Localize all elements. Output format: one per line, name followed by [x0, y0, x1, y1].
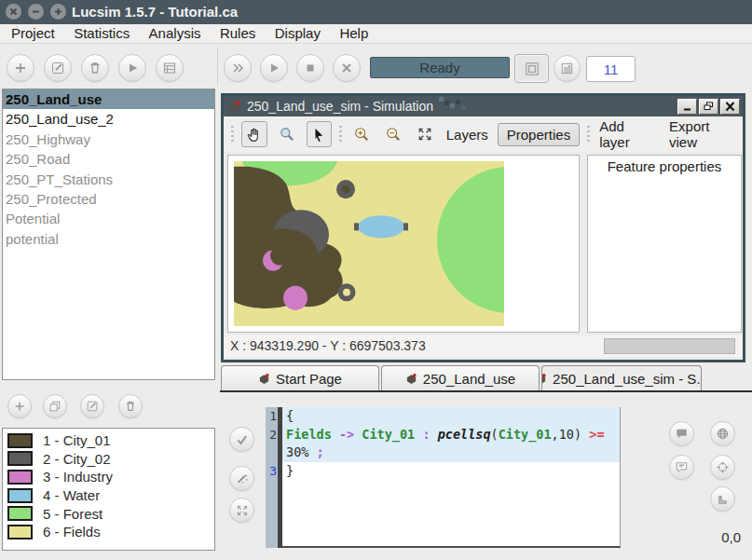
legend-item[interactable]: 2 - City_02 [3, 450, 214, 469]
edit-layer-button[interactable] [44, 54, 72, 82]
code-line: { [282, 407, 620, 426]
add-layer-button[interactable] [7, 54, 34, 82]
toolbar-separator [217, 48, 218, 85]
edit-icon [50, 61, 65, 75]
legend-item[interactable]: 5 - Forest [3, 504, 214, 523]
plus-icon [53, 7, 63, 17]
trash-icon [124, 400, 137, 413]
play-simulation-button[interactable] [260, 54, 288, 82]
code-line: 30% ; [282, 444, 620, 462]
color-swatch [7, 470, 33, 485]
layer-item[interactable]: 250_Land_use [3, 89, 214, 109]
tab-label: 250_Land_use_sim - S... [553, 371, 702, 387]
zoom-in-icon [353, 126, 370, 143]
export-view-action[interactable]: Export view [667, 116, 743, 153]
sim-restore-button[interactable] [699, 99, 718, 115]
target-button[interactable] [710, 455, 735, 480]
tab-land-use-sim[interactable]: 250_Land_use_sim - S... [541, 365, 702, 390]
comment-text-button[interactable] [669, 455, 694, 480]
coordinates-statusbar: X : 943319.290 - Y : 6697503.373 [224, 335, 743, 357]
sim-close-button[interactable] [720, 99, 740, 115]
layer-item[interactable]: 250_Protected [3, 189, 214, 209]
zoom-fit-button[interactable] [413, 122, 437, 146]
simulation-toolbar: Layers Properties Add layer Export view [224, 116, 743, 152]
edit-class-button[interactable] [80, 394, 104, 418]
menu-analysis[interactable]: Analysis [142, 24, 209, 42]
run-button[interactable] [118, 54, 146, 82]
legend-label: 3 - Industry [43, 469, 113, 485]
window-minimize-button[interactable] [28, 4, 44, 20]
iteration-count-value: 11 [604, 61, 619, 77]
layer-item[interactable]: 250_Highway [3, 130, 214, 149]
add-class-button[interactable] [7, 394, 32, 418]
tab-label: Start Page [276, 371, 342, 387]
magnifier-tool-button[interactable] [275, 122, 299, 146]
select-tool-button[interactable] [307, 121, 333, 147]
layer-item[interactable]: 250_Road [3, 149, 214, 169]
target-icon [716, 460, 730, 474]
legend-item[interactable]: 3 - Industry [3, 468, 214, 486]
cancel-simulation-button[interactable] [333, 54, 361, 82]
expand-editor-button[interactable] [229, 498, 254, 523]
stop-simulation-button[interactable] [296, 54, 324, 82]
menu-help[interactable]: Help [332, 24, 376, 42]
play-icon [267, 61, 281, 75]
simulation-window-title: 250_Land_use_sim - Simulation [247, 99, 433, 114]
globe-icon [716, 427, 730, 441]
window-maximize-button[interactable] [50, 4, 66, 20]
properties-toggle-button[interactable]: Properties [498, 123, 580, 146]
globe-button[interactable] [710, 421, 735, 446]
simulation-window-titlebar[interactable]: 250_Land_use_sim - Simulation [224, 96, 743, 116]
toolbar-grip [231, 126, 234, 143]
menu-rules[interactable]: Rules [212, 24, 263, 42]
view-frame-button[interactable] [514, 54, 549, 83]
layer-item[interactable]: 250_PT_Stations [3, 170, 214, 189]
line-number: 3 [266, 464, 277, 478]
check-icon [235, 432, 249, 446]
view-columns-button[interactable] [554, 55, 581, 82]
window-titlebar[interactable]: Lucsim 1.5.7 - Tutorial.ca [0, 0, 752, 24]
color-swatch [7, 488, 33, 503]
validate-rule-button[interactable] [229, 427, 254, 452]
land-use-map[interactable] [234, 161, 504, 326]
open-window-button[interactable] [156, 54, 184, 82]
tab-land-use[interactable]: 250_Land_use [381, 365, 540, 390]
menu-display[interactable]: Display [267, 24, 328, 42]
menu-project[interactable]: Project [4, 24, 62, 42]
zoom-out-icon [385, 126, 402, 143]
layer-item[interactable]: 250_Land_use_2 [3, 109, 214, 129]
zoom-in-button[interactable] [349, 122, 374, 146]
copy-class-button[interactable] [43, 394, 67, 418]
layer-item[interactable]: potential [3, 229, 214, 249]
tab-start-page[interactable]: Start Page [221, 365, 379, 390]
sim-minimize-button[interactable] [677, 99, 697, 115]
legend-label: 5 - Forest [43, 506, 103, 522]
wand-button[interactable] [229, 466, 254, 491]
titlebar-artifact [439, 97, 467, 110]
tab-label: 250_Land_use [423, 371, 515, 387]
window-title: Lucsim 1.5.7 - Tutorial.ca [72, 4, 238, 20]
iteration-count-field[interactable]: 11 [586, 56, 636, 82]
layers-toggle-button[interactable]: Layers [444, 124, 490, 145]
menu-statistics[interactable]: Statistics [66, 24, 137, 42]
coordinates-text: X : 943319.290 - Y : 6697503.373 [230, 338, 426, 353]
legend-item[interactable]: 1 - City_01 [3, 431, 214, 450]
legend-item[interactable]: 6 - Fields [3, 523, 214, 541]
pan-tool-button[interactable] [241, 121, 267, 147]
fast-forward-button[interactable] [224, 54, 252, 82]
legend-item[interactable]: 4 - Water [3, 486, 214, 505]
minimize-icon [31, 7, 41, 17]
rule-code-editor[interactable]: { Fields -> City_01 : pcellsq(City_01,10… [282, 407, 621, 548]
zoom-out-button[interactable] [381, 122, 405, 146]
delete-class-button[interactable] [118, 394, 143, 418]
measure-button[interactable] [710, 486, 735, 512]
app-icon [541, 373, 547, 385]
add-layer-action[interactable]: Add layer [597, 116, 660, 153]
expand-icon [236, 504, 249, 517]
comment-button[interactable] [669, 421, 694, 446]
toolbar-grip [339, 126, 342, 143]
legend-label: 4 - Water [43, 487, 100, 503]
delete-layer-button[interactable] [81, 54, 109, 82]
window-close-button[interactable] [6, 4, 21, 20]
layer-item[interactable]: Potential [3, 209, 214, 228]
